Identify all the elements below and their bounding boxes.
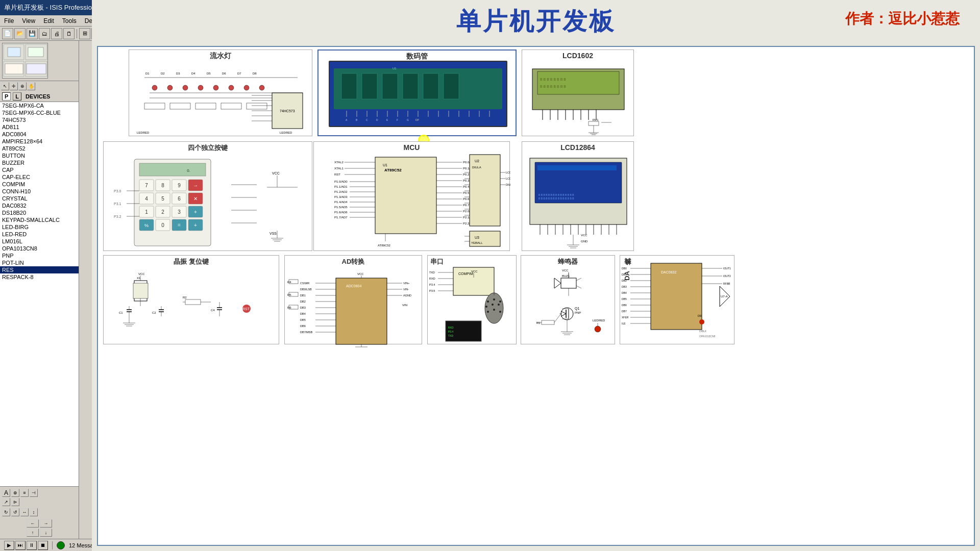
svg-text:+: + bbox=[194, 222, 197, 228]
svg-text:P1.5/AD5: P1.5/AD5 bbox=[334, 206, 348, 209]
svg-text:VCC: VCC bbox=[357, 272, 364, 276]
move-right[interactable]: → bbox=[40, 519, 52, 528]
save-all-button[interactable]: 🗂 bbox=[39, 28, 50, 39]
comp-pot-lin[interactable]: POT-LIN bbox=[0, 259, 79, 266]
comp-led-birg[interactable]: LED-BIRG bbox=[0, 223, 79, 231]
comp-7seg-ca[interactable]: 7SEG-MPX6-CA bbox=[0, 102, 79, 109]
stop-button[interactable]: ⏹ bbox=[38, 541, 48, 550]
move-down[interactable]: ↓ bbox=[40, 529, 52, 537]
comp-button[interactable]: BUTTON bbox=[0, 152, 79, 159]
svg-text:P3.4: P3.4 bbox=[429, 283, 435, 286]
comp-7seg-cc[interactable]: 7SEG-MPX6-CC-BLUE bbox=[0, 109, 79, 116]
tab-l[interactable]: L bbox=[13, 92, 21, 101]
flip-v[interactable]: ↕ bbox=[30, 508, 38, 516]
menu-edit[interactable]: Edit bbox=[39, 15, 58, 26]
save-button[interactable]: 💾 bbox=[27, 28, 38, 39]
print-button[interactable]: 🖨 bbox=[51, 28, 62, 39]
print-preview-button[interactable]: 🗒 bbox=[63, 28, 75, 39]
block-lcd12864: LCD12864 B B B B B B B B B B B B B B B B… bbox=[522, 141, 634, 251]
block-fengmingqi-title: 蜂鸣器 bbox=[521, 256, 615, 268]
tab-p[interactable]: P bbox=[2, 92, 11, 101]
menu-file[interactable]: File bbox=[0, 15, 18, 26]
svg-text:AT89C52: AT89C52 bbox=[378, 244, 391, 247]
comp-ampire[interactable]: AMPIRE128×64 bbox=[0, 138, 79, 145]
svg-text:DB0: DB0 bbox=[622, 267, 627, 270]
svg-rect-48 bbox=[444, 73, 459, 99]
comp-res[interactable]: RES bbox=[0, 266, 79, 273]
svg-point-13 bbox=[213, 85, 218, 90]
rotate-ccw[interactable]: ↺ bbox=[11, 508, 19, 516]
comp-dac0832[interactable]: DAC0832 bbox=[0, 202, 79, 209]
comp-74hc573[interactable]: 74HC573 bbox=[0, 116, 79, 123]
svg-text:P3.2: P3.2 bbox=[114, 215, 121, 218]
cross-tool[interactable]: ✛ bbox=[10, 82, 18, 90]
comp-ad811[interactable]: AD811 bbox=[0, 123, 79, 131]
graph-tool[interactable]: ↗ bbox=[2, 498, 10, 506]
comp-cap-elec[interactable]: CAP-ELEC bbox=[0, 173, 79, 181]
zoom-area-tool[interactable]: ⊕ bbox=[18, 82, 27, 90]
fengmingqi-svg: BUZ1 bbox=[521, 268, 616, 349]
svg-rect-21 bbox=[195, 103, 216, 109]
svg-text:RXD: RXD bbox=[448, 326, 454, 329]
comp-conn-h10[interactable]: CONN-H10 bbox=[0, 188, 79, 195]
comp-keypad[interactable]: KEYPAD-SMALLCALC bbox=[0, 216, 79, 223]
rotate-cw[interactable]: ↻ bbox=[2, 508, 10, 516]
svg-text:4: 4 bbox=[145, 196, 148, 202]
svg-text:DB4: DB4 bbox=[622, 291, 627, 294]
comp-buzzer[interactable]: BUZZER bbox=[0, 159, 79, 166]
svg-text:P1.6/AD6: P1.6/AD6 bbox=[334, 211, 348, 214]
svg-text:→: → bbox=[193, 183, 198, 188]
move-up[interactable]: ↑ bbox=[27, 529, 39, 537]
svg-text:B B B B B B B B: B B B B B B B B bbox=[540, 85, 566, 88]
svg-rect-46 bbox=[403, 73, 418, 99]
comp-at89c52[interactable]: AT89C52 bbox=[0, 145, 79, 152]
svg-text:DB5: DB5 bbox=[622, 297, 627, 300]
hand-tool[interactable]: ✋ bbox=[27, 82, 35, 90]
move-left[interactable]: ← bbox=[27, 519, 39, 528]
block-fengmingqi: 蜂鸣器 BUZ1 bbox=[521, 255, 615, 344]
svg-text:D8: D8 bbox=[253, 72, 257, 75]
comp-ds18b20[interactable]: DS18B20 bbox=[0, 209, 79, 216]
svg-text:DB1: DB1 bbox=[300, 294, 306, 297]
svg-rect-262 bbox=[133, 283, 148, 298]
open-button[interactable]: 📂 bbox=[14, 28, 26, 39]
svg-rect-292 bbox=[336, 278, 387, 344]
schematic-area[interactable]: 单片机开发板 作者：逗比小惹惹 流水灯 bbox=[92, 0, 980, 551]
comp-crystal[interactable]: CRYSTAL bbox=[0, 195, 79, 202]
grid-button[interactable]: ⊞ bbox=[79, 28, 90, 39]
pause-button[interactable]: ⏸ bbox=[27, 541, 37, 550]
lcd1602-svg: B B B B B B B B B B B B B B B B RV1 bbox=[522, 61, 634, 135]
pointer-tool[interactable]: ↖ bbox=[1, 82, 9, 90]
svg-text:DB2: DB2 bbox=[622, 279, 627, 282]
svg-text:OPA1013CN8: OPA1013CN8 bbox=[699, 335, 716, 338]
svg-text:C: C bbox=[366, 118, 368, 121]
comp-respack8[interactable]: RESPACK-8 bbox=[0, 273, 79, 281]
comp-cap[interactable]: CAP bbox=[0, 166, 79, 173]
comp-opa1013[interactable]: OPA1013CN8 bbox=[0, 245, 79, 252]
component-list[interactable]: 7SEG-MPX6-CA 7SEG-MPX6-CC-BLUE 74HC573 A… bbox=[0, 102, 79, 486]
comp-led-red[interactable]: LED-RED bbox=[0, 231, 79, 238]
wire-tool[interactable]: ⊕ bbox=[11, 489, 19, 497]
svg-text:D5: D5 bbox=[207, 72, 211, 75]
step-button[interactable]: ⏭ bbox=[15, 541, 26, 550]
bus-tool[interactable]: ≡ bbox=[20, 489, 29, 497]
comp-pnp[interactable]: PNP bbox=[0, 252, 79, 259]
svg-text:LEDRED: LEDRED bbox=[280, 131, 292, 134]
flip-h[interactable]: ↔ bbox=[20, 508, 29, 516]
svg-text:DB7: DB7 bbox=[622, 310, 627, 313]
play-button[interactable]: ▶ bbox=[4, 541, 14, 550]
comp-adc0804[interactable]: ADC0804 bbox=[0, 131, 79, 138]
text-tool[interactable]: A bbox=[2, 489, 10, 497]
devices-label: DEVICES bbox=[26, 93, 50, 99]
svg-text:TXD: TXD bbox=[429, 271, 435, 274]
svg-point-347 bbox=[493, 309, 495, 311]
menu-tools[interactable]: Tools bbox=[58, 15, 81, 26]
pin-tool[interactable]: ⊣ bbox=[30, 489, 38, 497]
comp-compim[interactable]: COMPIM bbox=[0, 181, 79, 188]
tape-tool[interactable]: ⊳ bbox=[11, 498, 19, 506]
comp-lm016l[interactable]: LM016L bbox=[0, 238, 79, 245]
svg-text:GND: GND bbox=[581, 240, 588, 243]
new-button[interactable]: 📄 bbox=[2, 28, 13, 39]
menu-view[interactable]: View bbox=[18, 15, 39, 26]
svg-point-14 bbox=[229, 85, 234, 90]
